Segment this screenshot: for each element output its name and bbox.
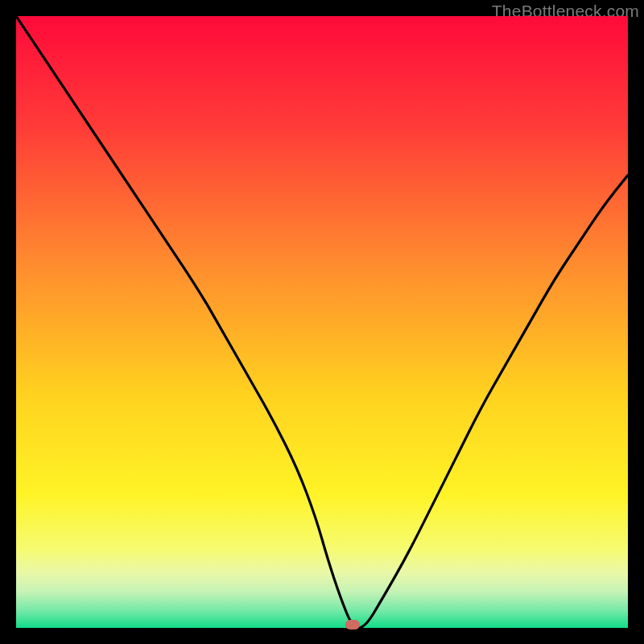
chart-frame: TheBottleneck.com [0, 0, 644, 644]
optimal-marker [345, 620, 360, 630]
bottleneck-curve [16, 16, 628, 628]
plot-area [16, 16, 628, 628]
curve-layer [16, 16, 628, 628]
